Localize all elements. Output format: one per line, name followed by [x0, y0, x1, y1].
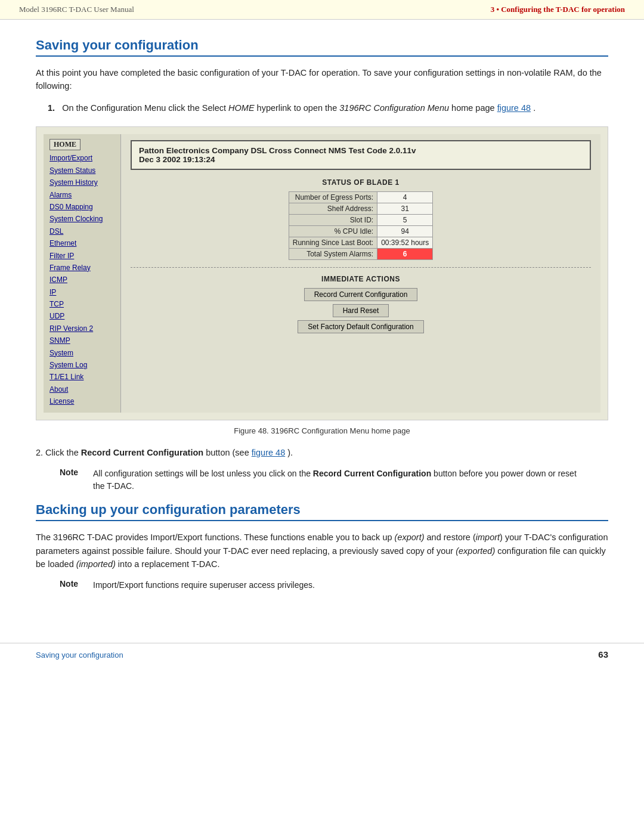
- sidebar-link-tcp[interactable]: TCP: [49, 298, 114, 310]
- status-value-cell: 5: [377, 215, 433, 226]
- figure-title-line1: Patton Electronics Company DSL Cross Con…: [139, 146, 583, 155]
- status-value-cell: 31: [377, 203, 433, 215]
- footer-right: 63: [598, 649, 608, 659]
- sidebar-link-system-history[interactable]: System History: [49, 176, 114, 188]
- step1-text-after: home page: [451, 103, 497, 113]
- note2-text: Import/Export functions require superuse…: [93, 579, 315, 592]
- status-label-cell: Slot ID:: [289, 215, 377, 226]
- page-content: Saving your configuration At this point …: [0, 20, 644, 625]
- figure-main: Patton Electronics Company DSL Cross Con…: [121, 134, 600, 412]
- action-btn-set-factory-default-configuration[interactable]: Set Factory Default Configuration: [298, 320, 423, 333]
- step1-text-before: On the Configuration Menu click the Sele…: [62, 103, 228, 113]
- status-label-cell: Number of Egress Ports:: [289, 192, 377, 203]
- immediate-heading: IMMEDIATE ACTIONS: [131, 275, 591, 283]
- section2-body: The 3196RC T-DAC provides Import/Export …: [36, 531, 608, 571]
- figure-sidebar: HOME Import/ExportSystem StatusSystem Hi…: [44, 134, 121, 412]
- status-heading: STATUS OF Blade 1: [131, 178, 591, 187]
- section1-intro: At this point you have completed the bas…: [36, 66, 608, 93]
- status-section: STATUS OF Blade 1 Number of Egress Ports…: [131, 178, 591, 260]
- sidebar-link-about[interactable]: About: [49, 383, 114, 395]
- status-label-cell: Shelf Address:: [289, 203, 377, 215]
- step1-text-end: .: [533, 103, 535, 113]
- step1-italic1: HOME: [228, 103, 255, 113]
- sidebar-link-alarms[interactable]: Alarms: [49, 189, 114, 201]
- note2-block: Note Import/Export functions require sup…: [60, 579, 584, 592]
- figure-container: HOME Import/ExportSystem StatusSystem Hi…: [36, 126, 608, 420]
- figure-caption: Figure 48. 3196RC Configuration Menu hom…: [36, 426, 608, 435]
- action-btn-hard-reset[interactable]: Hard Reset: [333, 304, 389, 317]
- note2-label: Note: [60, 579, 83, 592]
- sidebar-link-ip[interactable]: IP: [49, 286, 114, 298]
- step2: 2. Click the Record Current Configuratio…: [36, 446, 608, 459]
- sidebar-link-rip-version-2[interactable]: RIP Version 2: [49, 323, 114, 335]
- status-value-cell: 4: [377, 192, 433, 203]
- page-footer: Saving your configuration 63: [0, 643, 644, 665]
- step2-text-before: 2. Click the: [36, 448, 81, 457]
- step2-text-end: ).: [287, 448, 293, 457]
- step2-link[interactable]: figure 48: [252, 448, 285, 457]
- sidebar-link-filter-ip[interactable]: Filter IP: [49, 250, 114, 262]
- status-value-cell: 00:39:52 hours: [377, 237, 433, 249]
- status-label-cell: Running Since Last Boot:: [289, 237, 377, 249]
- footer-left: Saving your configuration: [36, 651, 123, 659]
- immediate-section: IMMEDIATE ACTIONS Record Current Configu…: [131, 275, 591, 333]
- sidebar-link-t1/e1-link[interactable]: T1/E1 Link: [49, 371, 114, 383]
- action-buttons: Record Current ConfigurationHard ResetSe…: [131, 288, 591, 333]
- status-value-cell: 6: [377, 249, 433, 260]
- sidebar-link-dsl[interactable]: DSL: [49, 225, 114, 237]
- step1-number: 1.: [48, 103, 60, 113]
- header-right: 3 • Configuring the T-DAC for operation: [491, 5, 625, 14]
- step2-bold: Record Current Configuration: [81, 448, 203, 457]
- status-table: Number of Egress Ports:4Shelf Address:31…: [289, 191, 433, 260]
- sidebar-link-snmp[interactable]: SNMP: [49, 335, 114, 346]
- home-button[interactable]: HOME: [49, 139, 80, 150]
- status-value-cell: 94: [377, 226, 433, 237]
- sidebar-link-frame-relay[interactable]: Frame Relay: [49, 262, 114, 274]
- section2-heading: Backing up your configuration parameters: [36, 502, 608, 521]
- divider: [131, 267, 591, 268]
- step1: 1. On the Configuration Menu click the S…: [48, 101, 608, 114]
- sidebar-link-license[interactable]: License: [49, 395, 114, 407]
- sidebar-link-ethernet[interactable]: Ethernet: [49, 237, 114, 249]
- status-label-cell: % CPU Idle:: [289, 226, 377, 237]
- page-header: Model 3196RC T-DAC User Manual 3 • Confi…: [0, 0, 644, 20]
- sidebar-link-system-status[interactable]: System Status: [49, 165, 114, 176]
- status-label-cell: Total System Alarms:: [289, 249, 377, 260]
- figure-title-box: Patton Electronics Company DSL Cross Con…: [131, 140, 591, 170]
- step1-text-mid: hyperlink to open the: [257, 103, 340, 113]
- sidebar-link-system-clocking[interactable]: System Clocking: [49, 213, 114, 225]
- note1-block: Note All configuration settings will be …: [60, 467, 584, 493]
- section1-heading: Saving your configuration: [36, 38, 608, 57]
- sidebar-link-system[interactable]: System: [49, 347, 114, 359]
- note1-text: All configuration settings will be lost …: [93, 467, 584, 493]
- step1-italic2: 3196RC Configuration Menu: [339, 103, 449, 113]
- sidebar-link-udp[interactable]: UDP: [49, 310, 114, 322]
- step2-text-after: button (see: [206, 448, 252, 457]
- sidebar-link-system-log[interactable]: System Log: [49, 359, 114, 371]
- sidebar-link-import/export[interactable]: Import/Export: [49, 152, 114, 164]
- sidebar-link-icmp[interactable]: ICMP: [49, 274, 114, 286]
- sidebar-links: Import/ExportSystem StatusSystem History…: [49, 152, 114, 407]
- action-btn-record-current-configuration[interactable]: Record Current Configuration: [304, 288, 418, 301]
- header-left: Model 3196RC T-DAC User Manual: [19, 5, 134, 14]
- step1-link[interactable]: figure 48: [497, 103, 531, 113]
- sidebar-link-ds0-mapping[interactable]: DS0 Mapping: [49, 201, 114, 213]
- figure-title-line2: Dec 3 2002 19:13:24: [139, 155, 583, 164]
- note1-label: Note: [60, 467, 83, 493]
